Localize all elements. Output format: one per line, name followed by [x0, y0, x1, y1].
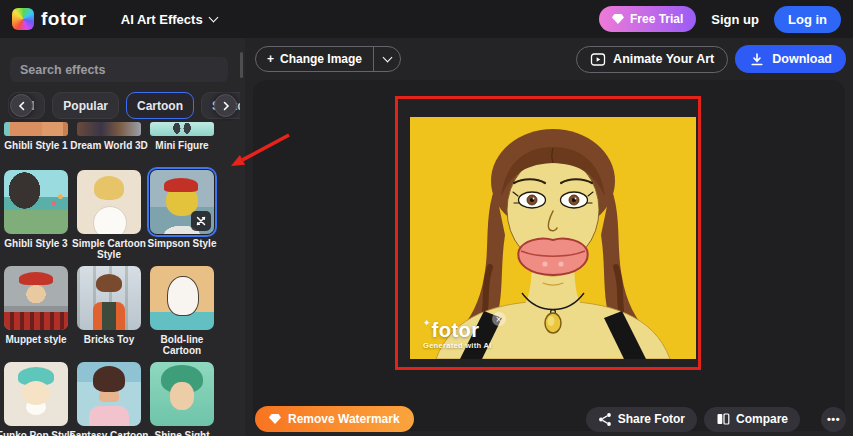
canvas-toolbar-right: Animate Your Art Download	[576, 45, 846, 73]
chevron-down-icon	[382, 52, 392, 62]
search-input[interactable]	[10, 57, 228, 82]
effect-item-mini-figure: Mini Figure	[150, 122, 214, 152]
effect-thumbnail[interactable]	[4, 266, 68, 330]
topbar: fotor AI Art Effects Free Trial Sign up …	[0, 0, 853, 38]
effect-thumbnail-selected[interactable]	[150, 170, 214, 234]
tab-popular[interactable]: Popular	[52, 92, 119, 119]
compare-icon	[716, 412, 730, 426]
effect-item-funko-pop-style: Funko Pop Style	[4, 362, 68, 436]
effect-item-dream-world-3d: Dream World 3D	[77, 122, 141, 152]
effect-thumbnail[interactable]	[77, 266, 141, 330]
effect-item-fantasy-cartoon: Fantasy Cartoon	[77, 362, 141, 436]
fotor-logo-text: fotor	[41, 8, 87, 30]
canvas-area: + Change Image Animate Your Art	[245, 38, 853, 436]
fotor-logo[interactable]: fotor	[12, 8, 87, 30]
watermark-brand: fotor	[432, 320, 480, 340]
plus-icon: +	[267, 52, 274, 66]
canvas-footer: Remove Watermark Share Fotor Compare •••	[255, 406, 846, 432]
animate-your-art-button[interactable]: Animate Your Art	[576, 46, 728, 73]
effect-item-ghibli-style-1: Ghibli Style 1	[4, 122, 68, 152]
tool-switcher-label: AI Art Effects	[121, 12, 203, 27]
chevron-down-icon	[208, 12, 218, 22]
change-image-dropdown-button[interactable]	[374, 47, 400, 71]
effect-thumbnail[interactable]	[4, 362, 68, 426]
gem-icon	[269, 414, 281, 424]
share-fotor-button[interactable]: Share Fotor	[586, 407, 697, 432]
generated-artwork-image[interactable]: ✦ fotor × Generated with AI	[410, 117, 696, 359]
effect-item-simpson-style: Simpson Style	[150, 170, 214, 261]
fotor-app: fotor AI Art Effects Free Trial Sign up …	[0, 0, 853, 436]
chevron-left-icon	[15, 99, 29, 113]
effect-thumbnail[interactable]	[4, 122, 68, 136]
effect-item-shine-sight: Shine Sight	[150, 362, 214, 436]
effects-sidebar: All Popular Cartoon Sketch Wa Ghibli Sty…	[0, 38, 245, 436]
more-options-button[interactable]: •••	[821, 407, 846, 432]
effect-item-bricks-toy: Bricks Toy	[77, 266, 141, 357]
topbar-actions: Free Trial Sign up Log in	[599, 6, 841, 33]
effect-thumbnail[interactable]	[150, 266, 214, 330]
sign-up-button[interactable]: Sign up	[711, 12, 759, 27]
effect-thumbnail[interactable]	[150, 122, 214, 136]
effect-thumbnail[interactable]	[77, 170, 141, 234]
effect-item-muppet-style: Muppet style	[4, 266, 68, 357]
log-in-button[interactable]: Log in	[774, 6, 841, 33]
animate-icon	[590, 52, 606, 67]
effect-item-bold-line-cartoon: Bold-line Cartoon	[150, 266, 214, 357]
change-image-split-button: + Change Image	[255, 46, 401, 72]
customize-icon[interactable]	[191, 211, 211, 231]
change-image-button[interactable]: + Change Image	[256, 47, 373, 71]
content: All Popular Cartoon Sketch Wa Ghibli Sty…	[0, 38, 853, 436]
effect-item-simple-cartoon-style: Simple Cartoon Style	[77, 170, 141, 261]
watermark-caption: Generated with AI	[423, 341, 492, 350]
effect-thumbnail[interactable]	[150, 362, 214, 426]
canvas-footer-right: Share Fotor Compare •••	[586, 407, 846, 432]
fotor-watermark: ✦ fotor × Generated with AI	[423, 320, 492, 350]
effect-thumbnail[interactable]	[77, 122, 141, 136]
download-icon	[749, 52, 765, 67]
sidebar-scrollbar[interactable]	[240, 52, 243, 78]
download-button[interactable]: Download	[735, 45, 846, 73]
effect-category-tabs: All Popular Cartoon Sketch Wa	[8, 92, 240, 121]
effect-thumbnail[interactable]	[4, 170, 68, 234]
effect-thumbnail[interactable]	[77, 362, 141, 426]
effects-grid: Ghibli Style 1 Dream World 3D Mini Figur…	[4, 122, 245, 436]
remove-watermark-button[interactable]: Remove Watermark	[255, 406, 414, 432]
watermark-close-button[interactable]: ×	[492, 312, 506, 326]
sparkle-icon: ✦	[423, 318, 431, 328]
gem-icon	[612, 14, 624, 24]
share-icon	[598, 412, 612, 427]
tool-switcher-dropdown[interactable]: AI Art Effects	[121, 12, 217, 27]
tabs-scroll-left-button[interactable]	[10, 94, 33, 117]
compare-button[interactable]: Compare	[704, 407, 800, 432]
chevron-right-icon	[219, 99, 233, 113]
canvas-toolbar: + Change Image Animate Your Art	[245, 38, 853, 80]
tab-cartoon[interactable]: Cartoon	[126, 92, 194, 119]
tabs-scroll-right-button[interactable]	[214, 94, 237, 117]
free-trial-button[interactable]: Free Trial	[599, 6, 696, 32]
effect-item-ghibli-style-3: Ghibli Style 3	[4, 170, 68, 261]
fotor-logo-icon	[12, 8, 34, 30]
